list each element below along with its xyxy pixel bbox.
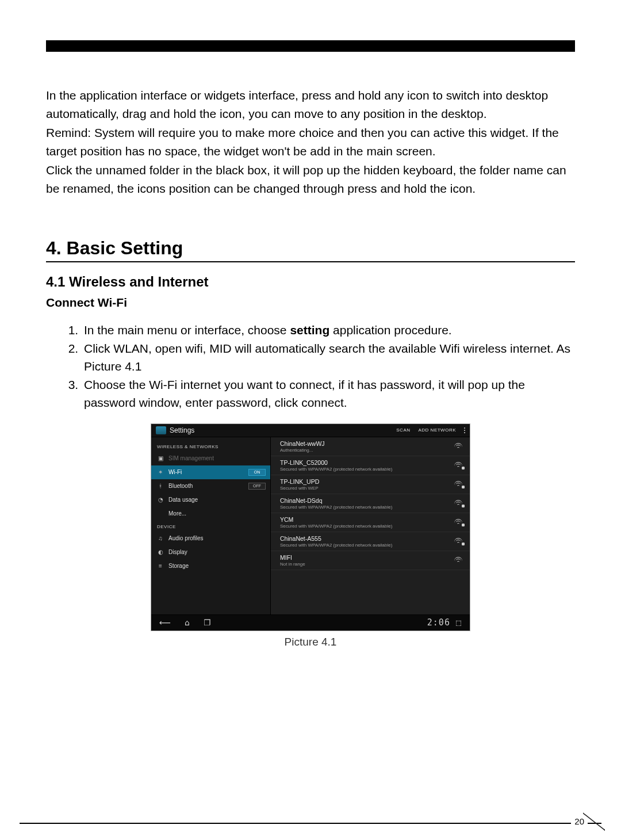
network-name: YCM (280, 516, 392, 523)
network-subtitle: Secured with WPA/WPA2 (protected network… (280, 467, 392, 472)
steps-list: In the main menu or interface, choose se… (46, 321, 575, 412)
wifi-signal-icon (454, 538, 463, 545)
intro-paragraph-3: Click the unnamed folder in the black bo… (46, 161, 575, 197)
settings-icon (156, 426, 166, 434)
network-subtitle: Secured with WPA/WPA2 (protected network… (280, 505, 392, 510)
network-subtitle: Not in range (280, 562, 305, 567)
subsection-heading: 4.1 Wireless and Internet (46, 274, 575, 290)
wifi-signal-icon (454, 481, 463, 488)
status-clock: 2:06 ⬚ (427, 617, 462, 628)
step-1c: application procedure. (329, 323, 451, 337)
sidebar-item-audio[interactable]: ♫ Audio profiles (151, 532, 270, 545)
home-icon[interactable]: ⌂ (185, 618, 190, 627)
step-2: Click WLAN, open wifi, MID will automati… (82, 339, 575, 376)
back-icon[interactable]: ⟵ (159, 618, 171, 627)
sidebar-label-data: Data usage (168, 497, 198, 503)
page-corner-fold (583, 809, 605, 831)
wifi-network-row[interactable]: MIFINot in range (271, 551, 470, 570)
embedded-screenshot: Settings SCAN ADD NETWORK WIRELESS & NET… (151, 423, 470, 631)
network-name: ChinaNet-A555 (280, 535, 392, 542)
sidebar-label-audio: Audio profiles (168, 535, 204, 541)
wifi-network-row[interactable]: ChinaNet-wwWJAuthenticating... (271, 437, 470, 456)
wifi-signal-icon (454, 443, 463, 450)
add-network-button[interactable]: ADD NETWORK (419, 427, 457, 433)
intro-block: In the application interface or widgets … (46, 86, 575, 197)
sidebar-category-device: DEVICE (151, 521, 270, 532)
wifi-network-row[interactable]: TP-LINK_C52000Secured with WPA/WPA2 (pro… (271, 456, 470, 475)
section-heading: 4. Basic Setting (46, 238, 575, 262)
bluetooth-toggle[interactable]: OFF (248, 483, 266, 490)
sidebar-item-display[interactable]: ◐ Display (151, 545, 270, 559)
wifi-network-row[interactable]: YCMSecured with WPA/WPA2 (protected netw… (271, 513, 470, 532)
data-usage-icon: ◔ (157, 497, 164, 503)
wifi-signal-icon (454, 557, 463, 564)
recents-icon[interactable]: ❐ (204, 618, 211, 627)
audio-icon: ♫ (157, 535, 164, 542)
settings-sidebar: WIRELESS & NETWORKS ▣ SIM management ✶ W… (151, 437, 271, 614)
intro-paragraph-1: In the application interface or widgets … (46, 86, 575, 123)
intro-paragraph-2: Remind: System will require you to make … (46, 124, 575, 160)
network-subtitle: Secured with WPA/WPA2 (protected network… (280, 524, 392, 529)
network-name: ChinaNet-wwWJ (280, 440, 325, 447)
storage-icon: ≡ (157, 563, 164, 570)
network-subtitle: Secured with WPA/WPA2 (protected network… (280, 543, 392, 548)
display-icon: ◐ (157, 549, 164, 556)
settings-title: Settings (170, 426, 194, 434)
sidebar-label-bluetooth: Bluetooth (168, 483, 193, 489)
wifi-network-row[interactable]: TP-LINK_UPDSecured with WEP (271, 475, 470, 494)
screenshot-titlebar: Settings SCAN ADD NETWORK (151, 424, 470, 437)
page-footer: 20 (0, 823, 621, 824)
step-1a: In the main menu or interface, choose (84, 323, 290, 337)
top-rule (46, 40, 575, 52)
sidebar-label-storage: Storage (168, 563, 189, 569)
sidebar-item-sim[interactable]: ▣ SIM management (151, 452, 270, 465)
more-icon (157, 510, 164, 517)
sidebar-item-bluetooth[interactable]: ᚼ Bluetooth OFF (151, 479, 270, 493)
overflow-menu-icon[interactable] (464, 427, 465, 433)
wifi-signal-icon (454, 500, 463, 507)
sidebar-label-sim: SIM management (168, 455, 214, 461)
wifi-signal-icon (454, 519, 463, 526)
wifi-icon: ✶ (157, 469, 164, 476)
network-name: TP-LINK_C52000 (280, 459, 392, 466)
sidebar-item-data-usage[interactable]: ◔ Data usage (151, 493, 270, 507)
wifi-network-row[interactable]: ChinaNet-A555Secured with WPA/WPA2 (prot… (271, 532, 470, 551)
sidebar-category-wireless: WIRELESS & NETWORKS (151, 441, 270, 452)
subsub-heading: Connect Wi-Fi (46, 296, 575, 310)
network-name: TP-LINK_UPD (280, 478, 319, 485)
sidebar-item-wifi[interactable]: ✶ Wi-Fi ON (151, 465, 270, 479)
sidebar-item-storage[interactable]: ≡ Storage (151, 559, 270, 573)
step-1: In the main menu or interface, choose se… (82, 321, 575, 339)
sim-icon: ▣ (157, 455, 164, 462)
step-1b-bold: setting (290, 323, 329, 337)
sidebar-label-more: More... (168, 510, 186, 517)
bluetooth-icon: ᚼ (157, 483, 164, 490)
scan-button[interactable]: SCAN (396, 427, 410, 433)
step-3: Choose the Wi-Fi internet you want to co… (82, 376, 575, 412)
wifi-network-row[interactable]: ChinaNet-DSdqSecured with WPA/WPA2 (prot… (271, 494, 470, 513)
sidebar-label-display: Display (168, 549, 187, 555)
android-navbar: ⟵ ⌂ ❐ 2:06 ⬚ (151, 614, 470, 631)
sidebar-item-more[interactable]: More... (151, 507, 270, 521)
network-name: ChinaNet-DSdq (280, 497, 392, 504)
sidebar-label-wifi: Wi-Fi (168, 469, 182, 475)
network-subtitle: Secured with WEP (280, 486, 319, 491)
network-subtitle: Authenticating... (280, 448, 325, 453)
wifi-network-list: ChinaNet-wwWJAuthenticating...TP-LINK_C5… (271, 437, 470, 614)
screenshot-caption: Picture 4.1 (46, 636, 575, 648)
wifi-toggle[interactable]: ON (248, 469, 266, 476)
wifi-signal-icon (454, 462, 463, 469)
network-name: MIFI (280, 554, 305, 561)
